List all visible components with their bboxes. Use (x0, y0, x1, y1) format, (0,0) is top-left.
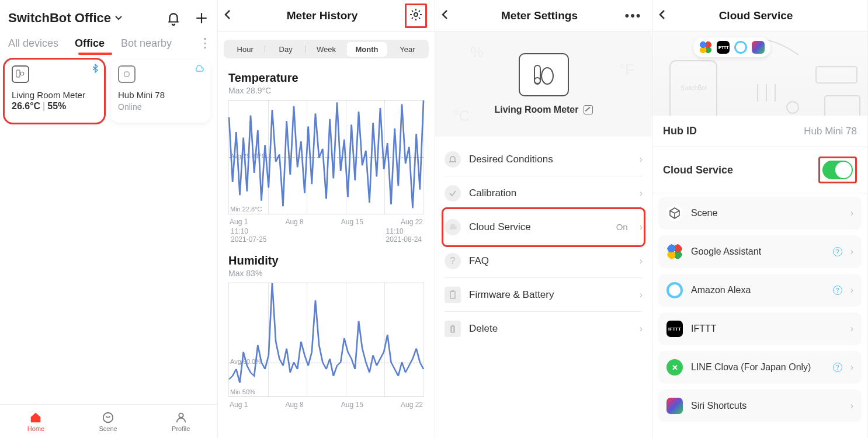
humidity-xaxis: Aug 1 Aug 8 Aug 15 Aug 22 (228, 397, 424, 409)
header-actions (166, 11, 209, 26)
humidity-chart[interactable]: Avg 60.0% Min 50% (228, 283, 424, 397)
temperature-xaxis: Aug 1 Aug 8 Aug 15 Aug 22 (228, 214, 424, 226)
bell-icon (445, 151, 461, 168)
more-button[interactable]: ••• (620, 8, 646, 23)
help-icon[interactable]: ? (833, 247, 842, 256)
cloud-icon (194, 64, 204, 75)
device-humidity: 55% (47, 101, 66, 111)
nav-home[interactable]: Home (27, 411, 44, 432)
seg-year[interactable]: Year (387, 42, 428, 57)
chevron-left-icon (658, 9, 666, 20)
google-icon (699, 41, 712, 54)
device-card-hub[interactable]: Hub Mini 78 Online (111, 60, 210, 123)
back-button[interactable] (658, 8, 676, 23)
more-tabs-button[interactable]: ⋮ (199, 36, 217, 51)
device-temp: 26.6°C (12, 101, 40, 111)
deco-celsius-icon: °C (453, 107, 470, 125)
back-button[interactable] (441, 8, 459, 23)
home-icon (29, 411, 42, 424)
row-firmware[interactable]: Firmware & Battery › (445, 278, 643, 312)
page-title: Meter Settings (459, 9, 620, 22)
settings-pane: Meter Settings ••• % °F °C Living Room M… (435, 0, 652, 438)
integration-siri[interactable]: Siri Shortcuts › (658, 390, 862, 422)
svg-rect-2 (124, 72, 129, 77)
page-title: Cloud Service (676, 9, 836, 22)
chevron-right-icon: › (850, 362, 853, 373)
seg-day[interactable]: Day (265, 42, 305, 57)
integration-scene[interactable]: Scene › (658, 197, 862, 230)
home-header: SwitchBot Office (0, 0, 217, 33)
seg-month[interactable]: Month (346, 42, 387, 57)
chevron-right-icon: › (850, 324, 853, 334)
room-tabs: All devices Office Bot nearby ⋮ (0, 33, 217, 54)
integration-google[interactable]: Google Assistant ? › (658, 235, 862, 268)
cloud-service-toggle[interactable] (822, 161, 853, 179)
chevron-left-icon (224, 9, 232, 20)
chevron-right-icon: › (850, 246, 853, 257)
bottom-nav: Home Scene Profile (0, 404, 217, 438)
temperature-max: Max 28.9°C (228, 86, 424, 95)
device-hero: % °F °C Living Room Meter (435, 32, 652, 137)
tab-all-devices[interactable]: All devices (0, 35, 67, 52)
back-button[interactable] (224, 8, 241, 23)
device-name: Living Room Meter (12, 90, 97, 100)
nav-profile[interactable]: Profile (172, 411, 190, 432)
row-delete[interactable]: Delete › (445, 312, 643, 346)
tab-indicator (78, 53, 112, 55)
row-faq[interactable]: ? FAQ › (445, 244, 643, 278)
device-card-meter[interactable]: Living Room Meter 26.6°C|55% (5, 60, 104, 123)
integrations-list: Scene › Google Assistant ? › Amazon Alex… (652, 193, 867, 426)
plus-icon (194, 11, 209, 26)
alexa-icon (666, 282, 683, 298)
chevron-right-icon: › (640, 256, 643, 266)
ifttt-icon: IFTTT (666, 321, 683, 337)
trash-icon (445, 321, 461, 337)
device-name: Hub Mini 78 (118, 90, 203, 100)
bluetooth-icon (92, 64, 98, 74)
alexa-icon (734, 41, 747, 54)
seg-hour[interactable]: Hour (225, 42, 265, 57)
settings-list: Desired Conditions › Calibration › Cloud… (435, 137, 652, 352)
row-cloud-service[interactable]: Cloud Service On › (445, 210, 643, 244)
integration-line-clova[interactable]: ✕ LINE Clova (For Japan Only) ? › (658, 351, 862, 384)
integration-alexa[interactable]: Amazon Alexa ? › (658, 274, 862, 307)
humidity-section: Humidity Max 83% Avg 60.0% Min 50% Aug 1… (218, 249, 435, 413)
humidity-max: Max 83% (228, 269, 424, 278)
hub-icon (118, 65, 136, 83)
profile-icon (175, 411, 188, 424)
hero-app-icons: IFTTT (693, 37, 770, 57)
add-button[interactable] (194, 11, 209, 26)
bell-icon (166, 11, 181, 26)
svg-point-14 (787, 102, 798, 113)
device-name: Living Room Meter (494, 105, 578, 115)
shortcuts-icon (752, 41, 765, 54)
svg-rect-9 (452, 290, 454, 291)
check-icon (445, 185, 461, 201)
device-cards: Living Room Meter 26.6°C|55% Hub Mini 78… (0, 54, 217, 128)
svg-point-1 (20, 72, 24, 75)
cloud-service-label: Cloud Service (663, 164, 733, 176)
integration-ifttt[interactable]: IFTTT IFTTT › (658, 312, 862, 345)
temperature-section: Temperature Max 28.9°C Avg 25.81°C Min 2… (218, 67, 435, 249)
help-icon[interactable]: ? (833, 286, 842, 295)
tab-bot-nearby[interactable]: Bot nearby (113, 35, 180, 52)
humidity-title: Humidity (228, 254, 424, 267)
nav-scene[interactable]: Scene (99, 411, 117, 432)
page-title: Meter History (241, 9, 403, 22)
deco-fahrenheit-icon: °F (619, 61, 634, 79)
seg-week[interactable]: Week (306, 42, 346, 57)
svg-rect-6 (534, 65, 540, 84)
help-icon[interactable]: ? (833, 363, 842, 372)
temperature-chart[interactable]: Avg 25.81°C Min 22.8°C (228, 100, 424, 214)
temperature-title: Temperature (228, 71, 424, 85)
chevron-right-icon: › (850, 285, 853, 296)
notifications-button[interactable] (166, 11, 181, 26)
location-dropdown[interactable]: SwitchBot Office (8, 11, 123, 26)
edit-name-button[interactable] (584, 105, 593, 114)
tab-office[interactable]: Office (67, 35, 113, 52)
home-pane: SwitchBot Office All devices Office Bot … (0, 0, 218, 438)
row-calibration[interactable]: Calibration › (445, 176, 643, 210)
row-desired-conditions[interactable]: Desired Conditions › (445, 142, 643, 176)
settings-button[interactable] (405, 4, 427, 28)
chevron-right-icon: › (850, 208, 853, 218)
